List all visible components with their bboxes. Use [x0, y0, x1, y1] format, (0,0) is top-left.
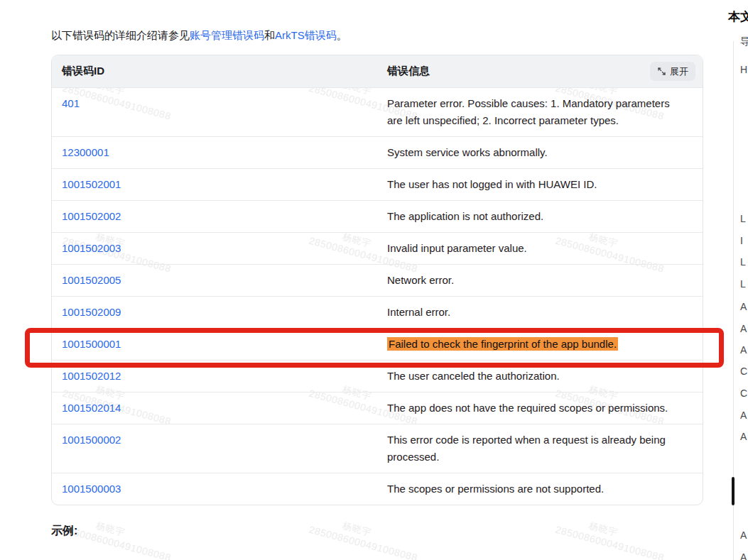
toc-item[interactable]: C	[740, 388, 747, 399]
table-header-row: 错误码ID 错误信息 展开	[52, 55, 703, 87]
error-code-link[interactable]: 12300001	[62, 146, 109, 158]
table-row: 1001502005 Network error.	[52, 264, 703, 296]
error-message: The user has not logged in with HUAWEI I…	[377, 169, 703, 200]
table-row: 12300001 System service works abnormally…	[52, 136, 703, 168]
toc-sidebar: 本文 导 H L I L L A A A C C A A A A	[725, 0, 748, 560]
error-code-link[interactable]: 1001502012	[62, 370, 121, 382]
error-code-link[interactable]: 1001502009	[62, 306, 121, 318]
table-row: 1001502012 The user canceled the authori…	[52, 360, 703, 392]
error-message: This error code is reported when a reque…	[377, 424, 703, 473]
link-account-error-codes[interactable]: 账号管理错误码	[190, 29, 264, 41]
toc-item[interactable]: A	[740, 344, 747, 356]
toc-item[interactable]: L	[740, 213, 746, 224]
intro-suffix: 。	[337, 29, 347, 41]
header-error-code-id: 错误码ID	[52, 65, 377, 78]
link-arkts-error-codes[interactable]: ArkTS错误码	[275, 29, 337, 41]
toc-item[interactable]: A	[740, 301, 747, 312]
table-body: 401 Parameter error. Possible causes: 1.…	[52, 87, 703, 505]
highlighted-error-message: Failed to check the fingerprint of the a…	[387, 337, 618, 351]
error-message: Parameter error. Possible causes: 1. Man…	[377, 88, 703, 136]
table-row: 1001502002 The application is not author…	[52, 200, 703, 232]
error-message: Internal error.	[377, 297, 703, 328]
error-message: The scopes or permissions are not suppor…	[377, 473, 703, 505]
error-code-link[interactable]: 1001502003	[62, 242, 121, 254]
error-code-link[interactable]: 1001502002	[62, 210, 121, 222]
toc-item[interactable]: 导	[740, 35, 748, 48]
error-message: The app does not have the required scope…	[377, 392, 703, 424]
error-code-link[interactable]: 1001500003	[62, 483, 121, 495]
error-message: Invalid input parameter value.	[377, 233, 703, 264]
toc-heading: 本文	[728, 9, 748, 25]
toc-item[interactable]: A	[740, 431, 747, 442]
table-row-highlighted: 1001500001 Failed to check the fingerpri…	[52, 328, 703, 360]
error-code-link[interactable]: 1001500002	[62, 434, 121, 446]
toc-item[interactable]: H	[740, 64, 747, 75]
example-section-label: 示例:	[51, 524, 703, 539]
intro-conjunction: 和	[264, 29, 275, 41]
table-row: 1001500003 The scopes or permissions are…	[52, 473, 703, 505]
error-message: The application is not authorized.	[377, 201, 703, 232]
table-row: 1001502003 Invalid input parameter value…	[52, 232, 703, 264]
error-code-table: 错误码ID 错误信息 展开 401 Parameter error. Possi…	[51, 55, 703, 505]
intro-prefix: 以下错误码的详细介绍请参见	[51, 29, 190, 41]
table-row: 1001500002 This error code is reported w…	[52, 424, 703, 473]
error-code-link[interactable]: 1001502005	[62, 274, 121, 286]
error-code-link[interactable]: 1001502014	[62, 402, 121, 414]
table-row: 1001502014 The app does not have the req…	[52, 392, 703, 424]
table-row: 401 Parameter error. Possible causes: 1.…	[52, 87, 703, 136]
toc-active-indicator[interactable]	[732, 477, 735, 505]
error-code-link[interactable]: 401	[62, 97, 80, 109]
expand-diagonal-icon	[657, 67, 666, 76]
toc-item[interactable]: A	[740, 529, 747, 541]
error-message: System service works abnormally.	[377, 137, 703, 168]
error-message: Failed to check the fingerprint of the a…	[377, 329, 703, 360]
expand-button-label: 展开	[670, 65, 688, 78]
doc-content: 以下错误码的详细介绍请参见账号管理错误码和ArkTS错误码。 错误码ID 错误信…	[51, 17, 703, 539]
table-row: 1001502001 The user has not logged in wi…	[52, 168, 703, 200]
toc-item[interactable]: L	[740, 256, 746, 268]
toc-item[interactable]: I	[740, 235, 743, 246]
error-code-link[interactable]: 1001500001	[62, 338, 121, 350]
toc-item[interactable]: L	[740, 278, 746, 290]
table-row: 1001502009 Internal error.	[52, 296, 703, 328]
toc-item[interactable]: A	[740, 323, 747, 334]
error-code-link[interactable]: 1001502001	[62, 178, 121, 190]
toc-item[interactable]: C	[740, 366, 747, 377]
intro-paragraph: 以下错误码的详细介绍请参见账号管理错误码和ArkTS错误码。	[51, 28, 703, 43]
expand-button[interactable]: 展开	[650, 62, 695, 81]
error-message: Network error.	[377, 265, 703, 296]
error-message: The user canceled the authorization.	[377, 361, 703, 392]
toc-item[interactable]: A	[740, 410, 747, 421]
toc-item[interactable]: A	[740, 551, 747, 560]
